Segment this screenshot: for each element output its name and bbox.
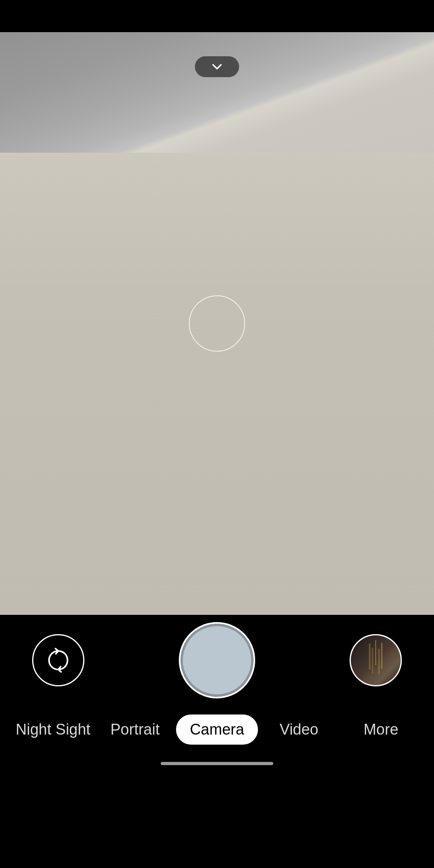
focus-ring [189, 295, 245, 352]
shutter-button[interactable] [179, 622, 255, 698]
flip-camera-button[interactable] [32, 634, 84, 686]
status-bar [0, 0, 434, 32]
viewfinder-cream-bg [0, 153, 434, 615]
camera-viewfinder [0, 32, 434, 615]
controls-bar: Night Sight Portrait Camera Video More [0, 615, 434, 751]
shutter-button-wrapper [84, 622, 350, 698]
mode-tabs: Night Sight Portrait Camera Video More [0, 714, 434, 745]
tab-video[interactable]: Video [258, 714, 340, 745]
gallery-button[interactable] [350, 634, 402, 686]
shutter-button-inner [183, 626, 251, 694]
tab-camera[interactable]: Camera [176, 714, 258, 745]
flip-camera-icon [44, 646, 72, 674]
chevron-down-icon [210, 59, 224, 74]
home-indicator-bar [161, 762, 273, 765]
collapse-button[interactable] [195, 56, 239, 77]
home-indicator [0, 751, 434, 776]
tab-more[interactable]: More [340, 714, 422, 745]
gallery-thumbnail [351, 635, 401, 685]
tab-night-sight[interactable]: Night Sight [12, 714, 94, 745]
tab-portrait[interactable]: Portrait [94, 714, 176, 745]
camera-buttons-row [0, 622, 434, 698]
